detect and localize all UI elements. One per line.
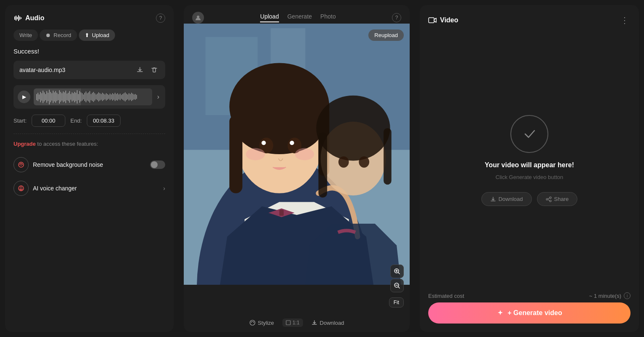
svg-rect-42 <box>429 18 434 23</box>
file-name: avatar-audio.mp3 <box>19 67 131 73</box>
reupload-button[interactable]: Reupload <box>368 29 404 41</box>
record-icon: ⏺ <box>46 32 51 38</box>
svg-rect-5 <box>21 17 21 19</box>
svg-line-36 <box>398 273 400 274</box>
noise-icon <box>13 157 29 172</box>
end-time-input[interactable]: 00:08.33 <box>87 115 121 127</box>
noise-label: Remove background noise <box>33 161 146 168</box>
svg-point-22 <box>262 141 266 145</box>
svg-rect-2 <box>17 17 18 19</box>
upgrade-link[interactable]: Upgrade <box>13 141 36 147</box>
svg-line-46 <box>548 198 550 199</box>
character-image <box>184 24 410 285</box>
audio-icon <box>13 14 22 22</box>
feature-noise-row: Remove background noise <box>13 153 165 177</box>
svg-rect-26 <box>279 210 284 216</box>
video-actions: Download Share <box>481 192 578 206</box>
cost-value: ~ 1 minute(s) i <box>589 292 631 299</box>
success-message: Success! <box>13 48 165 55</box>
svg-point-24 <box>246 148 265 160</box>
cost-info-icon[interactable]: i <box>624 292 631 299</box>
play-button[interactable]: ▶ <box>18 91 30 103</box>
upload-tab[interactable]: ⬆ Upload <box>79 29 115 41</box>
svg-line-39 <box>398 287 400 288</box>
svg-point-23 <box>290 141 294 145</box>
waveform[interactable] <box>34 88 152 105</box>
video-icon <box>428 16 437 24</box>
svg-rect-0 <box>14 16 15 20</box>
voice-changer-chevron[interactable]: › <box>163 185 165 192</box>
audio-header: Audio ? <box>13 13 165 23</box>
svg-rect-3 <box>18 15 19 21</box>
divider <box>13 134 165 134</box>
svg-rect-41 <box>286 321 290 325</box>
start-label: Start: <box>13 118 27 124</box>
video-placeholder-title: Your video will appear here! <box>485 161 574 169</box>
svg-rect-4 <box>19 16 20 20</box>
ratio-badge: 1:1 <box>282 318 303 327</box>
svg-point-28 <box>316 96 390 161</box>
upload-icon: ⬆ <box>85 32 89 38</box>
end-label: End: <box>70 118 82 124</box>
zoom-controls <box>390 265 404 292</box>
download-character-button[interactable]: Download <box>311 320 344 326</box>
audio-panel: Audio ? Write ⏺ Record ⬆ Upload Success!… <box>5 5 174 332</box>
video-panel: Video ⋮ Your video will appear here! Cli… <box>420 5 639 332</box>
character-header: Upload Generate Photo ? <box>184 5 410 24</box>
svg-point-40 <box>250 320 255 325</box>
voice-icon <box>13 181 29 196</box>
svg-line-47 <box>548 200 550 201</box>
character-avatar-icon <box>192 12 204 24</box>
file-row: avatar-audio.mp3 <box>13 61 165 79</box>
audio-tab-group: Write ⏺ Record ⬆ Upload <box>13 29 165 41</box>
char-tab-photo[interactable]: Photo <box>320 13 336 22</box>
svg-point-45 <box>546 198 548 200</box>
svg-rect-29 <box>319 132 327 198</box>
video-title-label: Video <box>440 16 615 24</box>
download-file-btn[interactable] <box>135 66 145 74</box>
svg-point-31 <box>338 156 349 168</box>
video-more-icon[interactable]: ⋮ <box>619 13 631 27</box>
share-video-button[interactable]: Share <box>537 192 578 206</box>
noise-toggle[interactable] <box>150 160 165 169</box>
time-range: Start: 00:00 End: 00:08.33 <box>13 115 165 127</box>
char-tab-generate[interactable]: Generate <box>287 13 312 22</box>
zoom-out-button[interactable] <box>390 279 404 292</box>
svg-point-25 <box>295 148 314 160</box>
cost-row: Estimated cost ~ 1 minute(s) i <box>428 287 631 302</box>
character-tabs: Upload Generate Photo <box>207 13 389 22</box>
svg-point-43 <box>550 197 551 198</box>
character-footer: Stylize 1:1 Download <box>184 313 410 332</box>
start-time-input[interactable]: 00:00 <box>32 115 65 127</box>
char-tab-upload[interactable]: Upload <box>260 13 279 22</box>
zoom-in-button[interactable] <box>390 265 404 278</box>
stylize-button[interactable]: Stylize <box>250 320 274 326</box>
voice-label: AI voice changer <box>33 185 159 192</box>
svg-point-19 <box>236 102 323 154</box>
audio-help-icon[interactable]: ? <box>156 13 165 23</box>
feature-voice-row: AI voice changer › <box>13 177 165 200</box>
character-image-svg <box>184 24 410 285</box>
fit-button[interactable]: Fit <box>389 297 404 308</box>
audio-title: Audio <box>25 14 153 22</box>
write-tab[interactable]: Write <box>13 29 38 41</box>
svg-rect-1 <box>16 16 16 21</box>
character-panel: Upload Generate Photo ? <box>184 5 410 332</box>
svg-rect-30 <box>384 128 392 185</box>
svg-point-44 <box>550 200 551 202</box>
generate-video-button[interactable]: + Generate video <box>428 302 631 324</box>
check-circle-icon <box>510 115 548 153</box>
character-image-container: Reupload Fit <box>184 24 410 313</box>
character-help-icon[interactable]: ? <box>392 13 401 22</box>
download-video-button[interactable]: Download <box>481 192 532 206</box>
video-header: Video ⋮ <box>428 13 631 27</box>
waveform-container: ▶ <box>13 85 165 109</box>
delete-file-btn[interactable] <box>149 66 159 74</box>
cost-label: Estimated cost <box>428 293 464 299</box>
video-placeholder-subtitle: Click Generate video button <box>496 174 563 180</box>
svg-point-32 <box>359 156 369 168</box>
end-marker[interactable]: › <box>156 92 161 102</box>
record-tab[interactable]: ⏺ Record <box>40 29 77 41</box>
upgrade-text: Upgrade to access these features: <box>13 141 165 147</box>
video-placeholder: Your video will appear here! Click Gener… <box>428 34 631 287</box>
